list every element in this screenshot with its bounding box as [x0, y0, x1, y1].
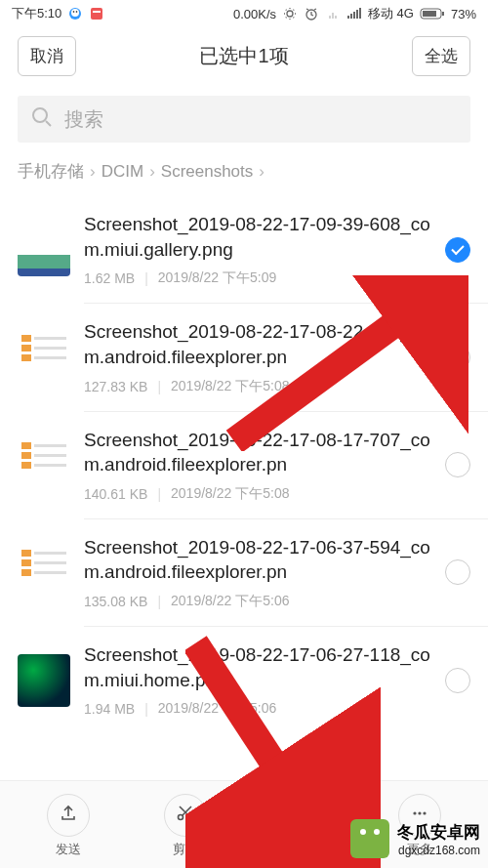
svg-point-17 [179, 815, 183, 820]
scissors-icon [176, 804, 195, 826]
send-button[interactable]: 发送 [47, 794, 90, 858]
file-thumb [18, 654, 70, 707]
chevron-right-icon: › [259, 162, 264, 182]
svg-rect-14 [442, 12, 444, 16]
file-date: 2019/8/22 下午5:08 [171, 485, 289, 503]
search-icon [31, 106, 53, 133]
chevron-right-icon: › [90, 162, 96, 182]
svg-rect-12 [359, 8, 361, 19]
more-button[interactable]: 更多 [398, 794, 441, 858]
status-time: 下午5:10 [12, 5, 61, 22]
svg-point-6 [287, 11, 293, 17]
netspeed: 0.00K/s [233, 7, 276, 21]
upload-icon [59, 804, 78, 826]
action-label: 更多 [407, 841, 432, 858]
alarm-icon [304, 6, 319, 21]
file-checkbox[interactable] [445, 452, 470, 477]
svg-point-20 [418, 811, 421, 814]
svg-point-21 [423, 811, 426, 814]
svg-point-1 [71, 9, 79, 17]
svg-point-18 [188, 815, 193, 820]
file-size: 140.61 KB [84, 486, 147, 502]
page-title: 已选中1项 [199, 43, 288, 69]
action-label: 发送 [56, 841, 81, 858]
file-size: 1.94 MB [84, 701, 135, 717]
svg-point-19 [413, 811, 416, 814]
action-label: 删除 [290, 841, 315, 858]
app-icon [89, 6, 104, 21]
file-item[interactable]: Screenshot_2019-08-22-17-08-17-707_com.a… [0, 412, 488, 518]
selectall-button[interactable]: 全选 [412, 36, 470, 76]
file-name: Screenshot_2019-08-22-17-08-17-707_com.a… [84, 428, 431, 477]
file-item[interactable]: Screenshot_2019-08-22-17-06-37-594_com.a… [0, 519, 488, 626]
file-item[interactable]: Screenshot_2019-08-22-17-08-22-421_com.a… [0, 304, 488, 410]
file-size: 127.83 KB [84, 379, 147, 394]
signal-icon [346, 6, 362, 21]
action-label: 剪切 [173, 841, 198, 858]
status-bar: 下午5:10 0.00K/s 移动 4G 73% [0, 0, 488, 27]
dnd-icon [282, 6, 298, 21]
svg-rect-8 [347, 16, 349, 19]
svg-rect-11 [356, 10, 358, 19]
file-date: 2019/8/22 下午5:09 [158, 269, 276, 287]
svg-point-16 [33, 108, 47, 122]
file-checkbox[interactable] [445, 559, 470, 585]
bottom-action-bar: 发送 剪切 删除 更多 [0, 780, 488, 868]
file-item[interactable]: Screenshot_2019-08-22-17-06-27-118_com.m… [0, 627, 488, 733]
svg-rect-5 [93, 11, 101, 13]
chevron-right-icon: › [149, 162, 155, 182]
file-thumb [18, 546, 70, 599]
breadcrumb-seg[interactable]: 手机存储 [18, 160, 84, 183]
file-checkbox[interactable] [445, 237, 470, 263]
file-size: 1.62 MB [84, 270, 135, 286]
qq-icon [67, 6, 83, 21]
cut-button[interactable]: 剪切 [164, 794, 207, 858]
file-thumb [18, 224, 70, 276]
svg-rect-10 [353, 12, 355, 19]
search-placeholder: 搜索 [64, 106, 103, 133]
svg-point-2 [73, 11, 75, 13]
file-date: 2019/8/22 下午5:06 [158, 700, 276, 718]
carrier: 移动 4G [368, 5, 414, 22]
file-item[interactable]: Screenshot_2019-08-22-17-09-39-608_com.m… [0, 196, 488, 303]
svg-rect-15 [423, 11, 436, 17]
file-name: Screenshot_2019-08-22-17-06-37-594_com.a… [84, 535, 431, 585]
file-thumb [18, 438, 70, 491]
file-checkbox[interactable] [445, 345, 470, 370]
delete-button[interactable]: 删除 [281, 794, 324, 858]
battery-percent: 73% [451, 7, 476, 21]
breadcrumb[interactable]: 手机存储 › DCIM › Screenshots › [0, 160, 488, 196]
breadcrumb-seg[interactable]: Screenshots [161, 162, 254, 182]
cancel-button[interactable]: 取消 [18, 36, 76, 76]
nodata-icon [325, 6, 341, 21]
file-name: Screenshot_2019-08-22-17-08-22-421_com.a… [84, 319, 431, 369]
file-date: 2019/8/22 下午5:08 [171, 378, 289, 395]
file-name: Screenshot_2019-08-22-17-06-27-118_com.m… [84, 642, 431, 692]
file-thumb [18, 331, 70, 384]
search-input[interactable]: 搜索 [18, 96, 470, 143]
more-icon [410, 804, 429, 826]
file-date: 2019/8/22 下午5:06 [171, 593, 289, 610]
svg-rect-4 [91, 8, 102, 20]
svg-point-3 [76, 11, 78, 13]
battery-icon [420, 6, 445, 21]
title-bar: 取消 已选中1项 全选 [0, 27, 488, 84]
file-size: 135.08 KB [84, 594, 147, 609]
trash-icon [293, 804, 312, 826]
file-list: Screenshot_2019-08-22-17-09-39-608_com.m… [0, 196, 488, 733]
breadcrumb-seg[interactable]: DCIM [102, 162, 143, 182]
file-name: Screenshot_2019-08-22-17-09-39-608_com.m… [84, 212, 431, 262]
svg-rect-9 [350, 14, 352, 19]
file-checkbox[interactable] [445, 668, 470, 693]
